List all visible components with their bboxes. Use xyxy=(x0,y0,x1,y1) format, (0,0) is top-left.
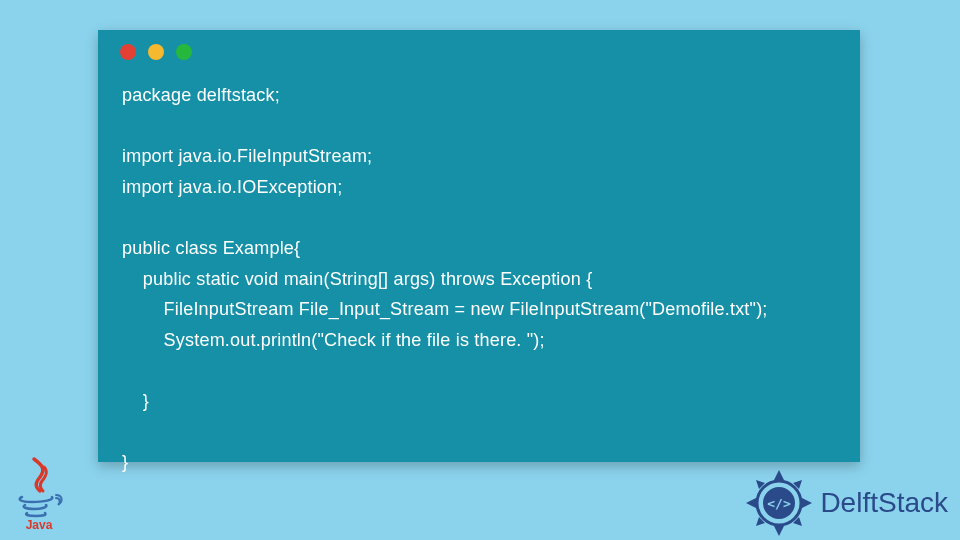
window-dots xyxy=(98,30,860,60)
svg-marker-3 xyxy=(802,498,812,508)
svg-marker-2 xyxy=(746,498,756,508)
dot-yellow-icon xyxy=(148,44,164,60)
delftstack-logo: </> DelftStack xyxy=(744,468,948,538)
code-window: package delftstack; import java.io.FileI… xyxy=(98,30,860,462)
code-block: package delftstack; import java.io.FileI… xyxy=(98,60,860,478)
java-label: Java xyxy=(26,518,53,530)
delftstack-label: DelftStack xyxy=(820,487,948,519)
dot-green-icon xyxy=(176,44,192,60)
java-logo: Java xyxy=(12,455,67,530)
delftstack-badge-icon: </> xyxy=(744,468,814,538)
java-icon: Java xyxy=(12,455,67,530)
svg-marker-0 xyxy=(774,470,784,480)
svg-marker-1 xyxy=(774,526,784,536)
svg-text:</>: </> xyxy=(768,496,792,511)
dot-red-icon xyxy=(120,44,136,60)
